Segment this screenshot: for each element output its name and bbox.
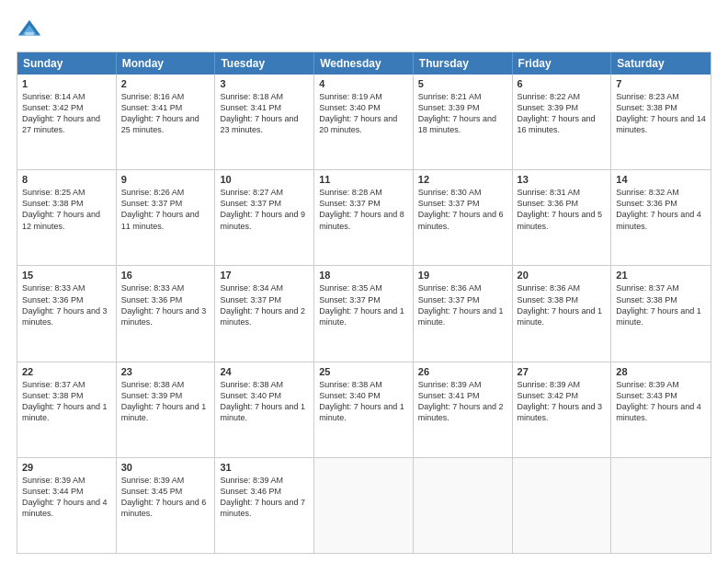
day-number: 27 [518,366,607,377]
sunrise-info: Sunrise: 8:39 AM [616,379,706,390]
day-number: 18 [319,270,408,281]
calendar-cell: 24Sunrise: 8:38 AMSunset: 3:40 PMDayligh… [215,362,314,457]
sunrise-info: Sunrise: 8:32 AM [616,187,706,198]
day-number: 28 [616,366,706,377]
day-number: 15 [22,270,111,281]
calendar-cell [513,458,612,553]
daylight-info: Daylight: 7 hours and 18 minutes. [418,113,507,135]
daylight-info: Daylight: 7 hours and 25 minutes. [121,113,210,135]
weekday-header-tuesday: Tuesday [215,52,314,75]
sunrise-info: Sunrise: 8:31 AM [518,187,607,198]
daylight-info: Daylight: 7 hours and 1 minute. [22,401,111,423]
daylight-info: Daylight: 7 hours and 4 minutes. [22,497,111,519]
sunrise-info: Sunrise: 8:14 AM [22,91,111,102]
sunrise-info: Sunrise: 8:26 AM [121,187,210,198]
calendar-cell: 28Sunrise: 8:39 AMSunset: 3:43 PMDayligh… [611,362,711,457]
daylight-info: Daylight: 7 hours and 3 minutes. [22,305,111,327]
sunrise-info: Sunrise: 8:16 AM [121,91,210,102]
calendar-cell: 23Sunrise: 8:38 AMSunset: 3:39 PMDayligh… [117,362,216,457]
daylight-info: Daylight: 7 hours and 8 minutes. [319,209,408,231]
day-number: 2 [121,78,210,89]
daylight-info: Daylight: 7 hours and 1 minute. [418,305,507,327]
sunset-info: Sunset: 3:38 PM [518,294,607,305]
calendar-cell: 22Sunrise: 8:37 AMSunset: 3:38 PMDayligh… [17,362,117,457]
daylight-info: Daylight: 7 hours and 1 minute. [616,305,706,327]
day-number: 21 [616,270,706,281]
daylight-info: Daylight: 7 hours and 2 minutes. [418,401,507,423]
calendar-cell: 27Sunrise: 8:39 AMSunset: 3:42 PMDayligh… [513,362,612,457]
calendar-row-1: 1Sunrise: 8:14 AMSunset: 3:42 PMDaylight… [17,75,711,169]
day-number: 10 [220,174,309,185]
calendar-cell [314,458,414,553]
weekday-header-sunday: Sunday [17,52,117,75]
sunset-info: Sunset: 3:42 PM [518,390,607,401]
day-number: 20 [518,270,607,281]
daylight-info: Daylight: 7 hours and 16 minutes. [518,113,607,135]
calendar-cell: 21Sunrise: 8:37 AMSunset: 3:38 PMDayligh… [611,266,711,361]
day-number: 25 [319,366,408,377]
sunset-info: Sunset: 3:37 PM [319,198,408,209]
sunrise-info: Sunrise: 8:36 AM [518,282,607,293]
daylight-info: Daylight: 7 hours and 1 minute. [319,401,408,423]
weekday-header-monday: Monday [117,52,216,75]
sunrise-info: Sunrise: 8:39 AM [418,379,507,390]
daylight-info: Daylight: 7 hours and 23 minutes. [220,113,309,135]
calendar-cell: 3Sunrise: 8:18 AMSunset: 3:41 PMDaylight… [215,75,314,169]
daylight-info: Daylight: 7 hours and 3 minutes. [518,401,607,423]
calendar-row-3: 15Sunrise: 8:33 AMSunset: 3:36 PMDayligh… [17,265,711,361]
sunrise-info: Sunrise: 8:27 AM [220,187,309,198]
calendar-cell: 13Sunrise: 8:31 AMSunset: 3:36 PMDayligh… [513,170,612,265]
day-number: 30 [121,462,210,473]
calendar-cell: 20Sunrise: 8:36 AMSunset: 3:38 PMDayligh… [513,266,612,361]
day-number: 1 [22,78,111,89]
svg-rect-2 [25,32,33,36]
calendar-cell: 30Sunrise: 8:39 AMSunset: 3:45 PMDayligh… [117,458,216,553]
calendar-row-4: 22Sunrise: 8:37 AMSunset: 3:38 PMDayligh… [17,362,711,457]
sunrise-info: Sunrise: 8:19 AM [319,91,408,102]
sunrise-info: Sunrise: 8:38 AM [121,379,210,390]
calendar-cell: 25Sunrise: 8:38 AMSunset: 3:40 PMDayligh… [314,362,414,457]
sunset-info: Sunset: 3:38 PM [616,294,706,305]
day-number: 12 [418,174,507,185]
weekday-header-saturday: Saturday [611,52,711,75]
sunrise-info: Sunrise: 8:37 AM [22,379,111,390]
sunrise-info: Sunrise: 8:39 AM [220,475,309,486]
weekday-header-wednesday: Wednesday [314,52,414,75]
sunset-info: Sunset: 3:45 PM [121,486,210,497]
sunrise-info: Sunrise: 8:38 AM [220,379,309,390]
sunset-info: Sunset: 3:36 PM [22,294,111,305]
day-number: 6 [518,78,607,89]
sunset-info: Sunset: 3:41 PM [121,102,210,113]
day-number: 23 [121,366,210,377]
calendar-row-5: 29Sunrise: 8:39 AMSunset: 3:44 PMDayligh… [17,457,711,553]
calendar-cell: 7Sunrise: 8:23 AMSunset: 3:38 PMDaylight… [611,75,711,169]
calendar-cell: 14Sunrise: 8:32 AMSunset: 3:36 PMDayligh… [611,170,711,265]
calendar-cell: 15Sunrise: 8:33 AMSunset: 3:36 PMDayligh… [17,266,117,361]
sunset-info: Sunset: 3:37 PM [220,294,309,305]
sunrise-info: Sunrise: 8:22 AM [518,91,607,102]
calendar-cell: 11Sunrise: 8:28 AMSunset: 3:37 PMDayligh… [314,170,414,265]
daylight-info: Daylight: 7 hours and 7 minutes. [220,497,309,519]
logo [17,17,46,42]
daylight-info: Daylight: 7 hours and 6 minutes. [121,497,210,519]
sunset-info: Sunset: 3:38 PM [22,198,111,209]
day-number: 7 [616,78,706,89]
sunset-info: Sunset: 3:39 PM [121,390,210,401]
daylight-info: Daylight: 7 hours and 1 minute. [121,401,210,423]
sunrise-info: Sunrise: 8:25 AM [22,187,111,198]
sunset-info: Sunset: 3:37 PM [121,198,210,209]
day-number: 5 [418,78,507,89]
sunrise-info: Sunrise: 8:34 AM [220,282,309,293]
sunset-info: Sunset: 3:37 PM [418,198,507,209]
sunset-info: Sunset: 3:36 PM [616,198,706,209]
sunrise-info: Sunrise: 8:39 AM [518,379,607,390]
calendar-cell: 6Sunrise: 8:22 AMSunset: 3:39 PMDaylight… [513,75,612,169]
calendar-cell: 18Sunrise: 8:35 AMSunset: 3:37 PMDayligh… [314,266,414,361]
sunset-info: Sunset: 3:43 PM [616,390,706,401]
sunrise-info: Sunrise: 8:33 AM [121,282,210,293]
sunset-info: Sunset: 3:42 PM [22,102,111,113]
daylight-info: Daylight: 7 hours and 1 minute. [220,401,309,423]
calendar-cell: 31Sunrise: 8:39 AMSunset: 3:46 PMDayligh… [215,458,314,553]
calendar-cell: 10Sunrise: 8:27 AMSunset: 3:37 PMDayligh… [215,170,314,265]
day-number: 14 [616,174,706,185]
